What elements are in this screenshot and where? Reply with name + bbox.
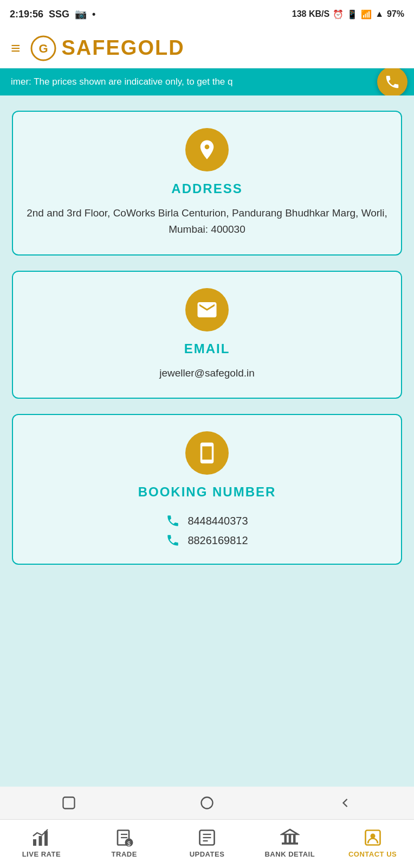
contact-icon [363,828,383,847]
phone-fab-icon [384,74,400,90]
menu-button[interactable]: ≡ [11,39,21,58]
email-icon [196,298,218,321]
trade-icon: $ [114,828,134,847]
battery-icon: 📱 [347,9,358,20]
svg-rect-18 [289,834,292,843]
svg-text:$: $ [127,840,131,847]
svg-rect-4 [33,839,36,846]
ticker-bar: imer: The prices shown are indicative on… [0,68,414,95]
booking-icon-circle [185,431,229,475]
phone-fab-button[interactable] [377,68,407,95]
phone-row-2: 8826169812 [166,533,248,547]
nav-label-updates: UPDATES [190,850,225,858]
svg-rect-5 [39,836,42,846]
email-label: EMAIL [184,341,230,356]
bank-icon [280,828,300,847]
logo-area: G SAFEGOLD [30,35,185,61]
svg-rect-19 [293,834,296,843]
nav-label-contact-us: CONTACT US [348,850,397,858]
alarm-icon: ⏰ [333,9,344,20]
nav-label-trade: TRADE [112,850,137,858]
system-nav-bar [0,787,414,819]
phone-number-2: 8826169812 [187,534,248,547]
phone-icon-2 [166,533,180,547]
booking-card: BOOKING NUMBER 8448440373 8826169812 [12,414,402,565]
nav-label-live-rate: LIVE RATE [22,850,61,858]
nav-item-updates[interactable]: UPDATES [166,820,249,868]
nav-item-bank-detail[interactable]: BANK DETAIL [248,820,331,868]
email-text: jeweller@safegold.in [159,365,255,381]
battery-level: 97% [387,9,404,19]
status-bar: 2:19:56 SSG 📷 • 138 KB/S ⏰ 📱 📶 ▲ 97% [0,0,414,28]
svg-rect-17 [284,834,287,843]
nav-item-contact-us[interactable]: CONTACT US [331,820,414,868]
circle-nav-button[interactable] [197,793,217,813]
phone-number-1: 8448440373 [187,515,248,527]
signal-icon: ▲ [375,9,384,19]
main-content: ADDRESS 2nd and 3rd Floor, CoWorks Birla… [0,95,414,682]
back-nav-button[interactable] [335,793,355,813]
status-network: 138 KB/S [292,9,329,19]
svg-rect-20 [282,843,298,845]
address-text: 2nd and 3rd Floor, CoWorks Birla Centuri… [26,205,388,238]
booking-label: BOOKING NUMBER [138,484,276,500]
bottom-nav: LIVE RATE $ TRADE UPDATES BANK [0,819,414,868]
address-card: ADDRESS 2nd and 3rd Floor, CoWorks Birla… [12,111,402,256]
square-nav-button[interactable] [59,793,79,813]
mobile-icon [196,442,218,464]
location-icon [196,138,218,161]
email-icon-circle [185,288,229,331]
email-card: EMAIL jeweller@safegold.in [12,271,402,399]
dot-indicator: • [92,9,95,20]
svg-point-3 [201,797,212,809]
svg-text:G: G [38,42,48,55]
logo-text: SAFEGOLD [62,36,185,60]
address-icon-circle [185,128,229,171]
phone-icon-1 [166,514,180,528]
status-time: 2:19:56 [10,9,43,20]
instagram-icon: 📷 [75,8,87,20]
bar-chart-icon [31,828,51,847]
status-brand: SSG [49,9,69,20]
wifi-icon: 📶 [361,9,372,20]
app-header: ≡ G SAFEGOLD [0,28,414,68]
nav-item-trade[interactable]: $ TRADE [83,820,166,868]
ticker-text: imer: The prices shown are indicative on… [0,76,232,87]
phone-row-1: 8448440373 [166,514,248,528]
logo-icon: G [30,35,56,61]
svg-rect-6 [44,831,48,846]
news-icon [197,828,217,847]
nav-label-bank-detail: BANK DETAIL [264,850,315,858]
svg-rect-2 [63,797,75,809]
nav-item-live-rate[interactable]: LIVE RATE [0,820,83,868]
svg-marker-16 [282,829,298,834]
address-label: ADDRESS [171,181,242,196]
